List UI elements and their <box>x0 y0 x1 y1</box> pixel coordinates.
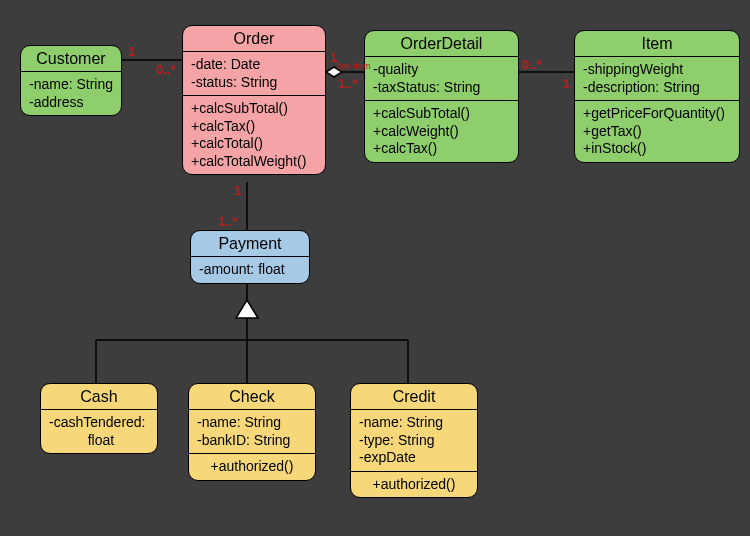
mult-order-detail-right: 1..* <box>338 76 358 91</box>
class-cash: Cash -cashTendered: float <box>40 383 158 454</box>
class-credit: Credit -name: String -type: String -expD… <box>350 383 478 498</box>
class-title: Check <box>189 384 315 410</box>
class-order-detail: OrderDetail -quality -taxStatus: String … <box>364 30 519 163</box>
class-customer: Customer -name: String -address <box>20 45 122 116</box>
class-ops: +getPriceForQuantity() +getTax() +inStoc… <box>575 100 739 162</box>
class-item: Item -shippingWeight -description: Strin… <box>574 30 740 163</box>
assoc-line-item: line item <box>337 61 371 71</box>
class-ops: +authorized() <box>189 453 315 480</box>
class-check: Check -name: String -bankID: String +aut… <box>188 383 316 481</box>
class-ops: +authorized() <box>351 471 477 498</box>
mult-order-pay-top: 1 <box>234 183 241 198</box>
svg-marker-6 <box>236 300 258 318</box>
class-title: Payment <box>191 231 309 257</box>
class-attrs: -date: Date -status: String <box>183 52 325 95</box>
mult-customer-order-left: 1 <box>128 44 135 59</box>
class-attrs: -amount: float <box>191 257 309 283</box>
class-title: Credit <box>351 384 477 410</box>
class-attrs: -name: String -address <box>21 72 121 115</box>
class-title: OrderDetail <box>365 31 518 57</box>
mult-detail-item-right: 1 <box>563 76 570 91</box>
class-attrs: -name: String -type: String -expDate <box>351 410 477 471</box>
mult-detail-item-left: 0..* <box>522 57 542 72</box>
class-attrs: -shippingWeight -description: String <box>575 57 739 100</box>
class-attrs: -name: String -bankID: String <box>189 410 315 453</box>
mult-customer-order-right: 0..* <box>156 62 176 77</box>
uml-diagram: Customer -name: String -address Order -d… <box>0 0 750 536</box>
class-ops: +calcSubTotal() +calcWeight() +calcTax() <box>365 100 518 162</box>
mult-order-pay-bot: 1..* <box>218 214 238 229</box>
class-attrs: -cashTendered: float <box>41 410 157 453</box>
class-attrs: -quality -taxStatus: String <box>365 57 518 100</box>
class-title: Cash <box>41 384 157 410</box>
class-title: Customer <box>21 46 121 72</box>
class-ops: +calcSubTotal() +calcTax() +calcTotal() … <box>183 95 325 174</box>
class-title: Order <box>183 26 325 52</box>
class-order: Order -date: Date -status: String +calcS… <box>182 25 326 175</box>
class-title: Item <box>575 31 739 57</box>
class-payment: Payment -amount: float <box>190 230 310 284</box>
